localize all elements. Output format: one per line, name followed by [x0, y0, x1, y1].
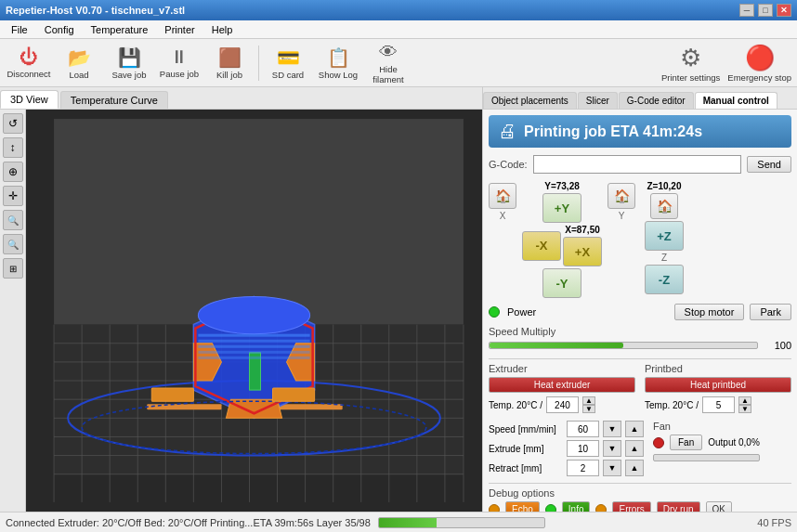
- printbed-temp-label: Temp. 20°C /: [645, 400, 699, 410]
- tab-object-placements[interactable]: Object placements: [483, 92, 577, 109]
- minimize-button[interactable]: ─: [739, 4, 754, 17]
- extruder-printbed-row: Extruder Heat extruder Temp. 20°C / ▲ ▼ …: [489, 363, 791, 415]
- home-z-button[interactable]: 🏠: [650, 193, 678, 219]
- title-bar: Repetier-Host V0.70 - tischneu_v7.stl ─ …: [0, 0, 797, 20]
- retract-down-btn[interactable]: ▼: [603, 460, 621, 476]
- retract-input[interactable]: [567, 460, 599, 476]
- tab-manual-control[interactable]: Manual control: [695, 92, 777, 109]
- speed-extrude-retract-section: Speed [mm/min] ▼ ▲ Extrude [mm] ▼ ▲ Retr…: [489, 421, 644, 479]
- left-sidebar: ↺ ↕ ⊕ ✛ 🔍 🔍 ⊞: [0, 110, 26, 512]
- close-button[interactable]: ✕: [777, 4, 791, 17]
- move-z-plus-button[interactable]: +Z: [645, 221, 684, 251]
- fan-slider-track[interactable]: [653, 454, 760, 461]
- menu-config[interactable]: Config: [37, 23, 82, 36]
- speed-slider-track[interactable]: [489, 342, 758, 349]
- svg-rect-29: [147, 404, 221, 409]
- menu-temperature[interactable]: Temperature: [84, 23, 156, 36]
- disconnect-button[interactable]: ⏻ Disconnect: [6, 42, 52, 84]
- hide-filament-button[interactable]: 👁 Hide filament: [365, 42, 412, 84]
- heat-extruder-button[interactable]: Heat extruder: [489, 377, 635, 393]
- send-button[interactable]: Send: [747, 156, 791, 173]
- extruder-section: Extruder Heat extruder Temp. 20°C / ▲ ▼: [489, 363, 635, 415]
- pause-job-button[interactable]: ⏸ Pause job: [156, 42, 203, 84]
- printer-settings-button[interactable]: ⚙ Printer settings: [661, 44, 720, 83]
- echo-button[interactable]: Echo: [505, 501, 540, 512]
- menu-file[interactable]: File: [4, 23, 35, 36]
- home-y-button[interactable]: 🏠: [608, 183, 635, 209]
- load-label: Load: [69, 70, 88, 80]
- tab-temperature-curve[interactable]: Temperature Curve: [60, 91, 168, 109]
- extrude-down-btn[interactable]: ▼: [603, 440, 621, 457]
- extruder-temp-up[interactable]: ▲: [582, 396, 595, 405]
- ok-button[interactable]: OK: [706, 501, 732, 512]
- rotate-icon[interactable]: ↺: [3, 113, 23, 134]
- retract-up-btn[interactable]: ▲: [625, 460, 644, 476]
- menu-printer[interactable]: Printer: [157, 23, 202, 36]
- kill-job-button[interactable]: 🟫 Kill job: [206, 42, 253, 84]
- gcode-input[interactable]: [533, 155, 742, 174]
- main-content: 3D View Temperature Curve ↺ ↕ ⊕ ✛ 🔍 🔍 ⊞: [0, 87, 797, 512]
- extrude-input[interactable]: [567, 440, 599, 457]
- svg-rect-41: [198, 345, 309, 348]
- printbed-label: Printbed: [645, 363, 791, 374]
- maximize-button[interactable]: □: [758, 4, 773, 17]
- x-coord-display: X=87,50: [565, 225, 600, 235]
- errors-button[interactable]: Errors: [612, 501, 650, 512]
- printbed-temp-down[interactable]: ▼: [738, 405, 751, 413]
- fan-button[interactable]: Fan: [670, 435, 702, 450]
- printbed-temp-input[interactable]: [702, 396, 735, 413]
- zoom-out-icon[interactable]: 🔍: [3, 234, 23, 254]
- x-axis-label: X: [500, 211, 506, 221]
- extrude-up-btn[interactable]: ▲: [625, 440, 644, 457]
- x-home-area: 🏠 X: [489, 181, 516, 221]
- load-button[interactable]: 📂 Load: [56, 42, 102, 84]
- show-log-button[interactable]: 📋 Show Log: [315, 42, 361, 84]
- scene-svg: [26, 110, 482, 512]
- window-controls[interactable]: ─ □ ✕: [739, 4, 791, 17]
- sd-card-button[interactable]: 💳 SD card: [265, 42, 311, 84]
- svg-rect-40: [198, 340, 309, 343]
- disconnect-label: Disconnect: [7, 69, 51, 79]
- info-led: [545, 504, 556, 513]
- move-x-minus-button[interactable]: -X: [522, 231, 561, 261]
- heat-printbed-button[interactable]: Heat printbed: [645, 377, 791, 393]
- home-x-button[interactable]: 🏠: [489, 183, 516, 209]
- move-y-minus-button[interactable]: -Y: [542, 268, 581, 298]
- grid-icon[interactable]: ⊞: [3, 258, 23, 279]
- extruder-temp-down[interactable]: ▼: [582, 405, 595, 413]
- show-log-icon: 📋: [327, 46, 350, 69]
- dryrun-button[interactable]: Dry run: [657, 501, 700, 512]
- pan-icon[interactable]: ↕: [3, 137, 23, 158]
- z-block: Z=10,20 🏠 +Z Z -Z: [645, 181, 684, 294]
- zoom-in-icon[interactable]: 🔍: [3, 210, 23, 230]
- select-icon[interactable]: ✛: [3, 186, 23, 206]
- save-label: Save job: [112, 70, 147, 80]
- extruder-temp-input[interactable]: [546, 396, 579, 413]
- echo-led: [489, 504, 500, 513]
- park-button[interactable]: Park: [750, 304, 791, 320]
- status-progress-fill: [379, 518, 437, 527]
- divider1: [489, 358, 791, 359]
- menu-help[interactable]: Help: [204, 23, 241, 36]
- load-icon: 📂: [68, 46, 91, 69]
- speed-input[interactable]: [567, 421, 599, 437]
- emergency-stop-button[interactable]: 🔴 Emergency stop: [727, 44, 791, 83]
- debug-section: Debug options Echo Info Errors Dry run O…: [489, 487, 791, 512]
- print-status-title: Printing job ETA 41m:24s: [524, 123, 702, 140]
- svg-rect-45: [273, 388, 315, 401]
- speed-up-btn[interactable]: ▲: [625, 421, 644, 437]
- save-job-button[interactable]: 💾 Save job: [106, 42, 152, 84]
- move-y-plus-button[interactable]: +Y: [542, 193, 581, 223]
- move-z-minus-button[interactable]: -Z: [645, 265, 684, 294]
- speed-down-btn[interactable]: ▼: [603, 421, 621, 437]
- tab-3d-view[interactable]: 3D View: [0, 90, 59, 109]
- stop-motor-button[interactable]: Stop motor: [674, 304, 745, 320]
- printbed-temp-row: Temp. 20°C / ▲ ▼: [645, 396, 791, 413]
- move-x-plus-button[interactable]: +X: [563, 237, 602, 266]
- printbed-temp-up[interactable]: ▲: [738, 396, 751, 405]
- info-button[interactable]: Info: [562, 501, 591, 512]
- tab-slicer[interactable]: Slicer: [578, 92, 618, 109]
- tab-gcode-editor[interactable]: G-Code editor: [619, 92, 694, 109]
- 3d-viewport[interactable]: [26, 110, 482, 512]
- zoom-icon[interactable]: ⊕: [3, 162, 23, 182]
